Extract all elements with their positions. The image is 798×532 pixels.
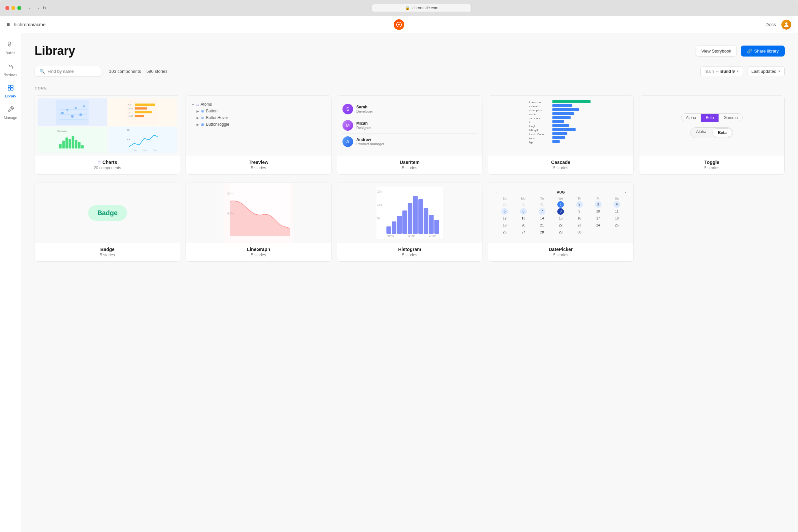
maximize-dot[interactable] <box>17 6 21 10</box>
forward-button[interactable]: → <box>35 5 40 11</box>
svg-rect-51 <box>552 116 571 119</box>
refresh-button[interactable]: ↻ <box>42 5 46 11</box>
svg-text:30ms: 30ms <box>142 149 147 151</box>
build-label: Build 9 <box>720 69 735 74</box>
component-icon-3: ⊞ <box>201 123 204 126</box>
svg-point-8 <box>61 112 64 114</box>
svg-point-1 <box>785 22 788 25</box>
card-info-treeview: Treeview 5 stories <box>186 156 331 174</box>
chevron-down-icon: ▾ <box>737 69 739 74</box>
svg-text:20k: 20k <box>127 129 131 131</box>
back-button[interactable]: ← <box>28 5 33 11</box>
card-info-cascade: Cascade 5 stories <box>488 156 633 174</box>
menu-icon[interactable]: ≡ <box>7 22 10 27</box>
svg-rect-71 <box>386 226 391 234</box>
svg-rect-53 <box>552 120 564 123</box>
svg-text:5k: 5k <box>377 216 380 220</box>
svg-rect-73 <box>397 216 402 234</box>
browser-dots <box>5 6 21 10</box>
svg-rect-75 <box>407 203 412 234</box>
svg-rect-5 <box>8 88 10 91</box>
histogram-count: 5 stories <box>342 253 477 258</box>
svg-text:description: description <box>529 109 542 112</box>
folder-icon: □ <box>196 103 198 107</box>
toggle-alpha-2: Alpha <box>690 128 711 138</box>
svg-rect-23 <box>135 111 152 113</box>
stats: 103 components 590 stories <box>109 69 168 74</box>
svg-rect-28 <box>59 144 62 148</box>
user-micah: M Micah Designer <box>342 117 477 134</box>
header-right: Docs <box>765 20 791 30</box>
svg-rect-35 <box>81 145 84 148</box>
sidebar-item-reviews[interactable]: Reviews <box>1 60 20 79</box>
cascade-count: 5 stories <box>493 166 628 170</box>
datepicker-display: ‹ AUG › Su Mo Tu We Th Fr <box>491 186 630 240</box>
svg-rect-78 <box>424 208 428 234</box>
sidebar-item-manage[interactable]: Manage <box>1 103 20 122</box>
address-bar[interactable]: 🔒 chromatic.com <box>372 4 472 12</box>
svg-text:0/5: 0/5 <box>128 104 131 106</box>
svg-text:billingUrl: billingUrl <box>529 129 539 132</box>
card-info-histogram: Histogram 5 stories <box>337 243 482 261</box>
svg-text:id: id <box>529 121 531 124</box>
library-title: Library <box>35 44 75 58</box>
svg-point-13 <box>83 106 85 108</box>
toggle-count: 5 stories <box>645 166 779 170</box>
header-actions: View Storybook 🔗 Share library <box>696 45 785 57</box>
svg-rect-76 <box>413 196 418 234</box>
component-grid-row1: 0/5 20/25 5/30 10/35 <box>35 95 785 174</box>
linegraph-count: 5 stories <box>191 253 325 258</box>
component-card-badge[interactable]: Badge Badge 5 stories <box>35 183 180 262</box>
share-library-button[interactable]: 🔗 Share library <box>741 45 785 57</box>
chromatic-icon <box>394 19 404 30</box>
sidebar-item-builds[interactable]: Builds <box>1 39 20 58</box>
component-card-cascade[interactable]: transaction estimate description name <box>488 95 633 174</box>
manage-label: Manage <box>4 116 17 120</box>
svg-text:20ms: 20ms <box>133 149 137 151</box>
minimize-dot[interactable] <box>11 6 15 10</box>
docs-link[interactable]: Docs <box>765 22 776 27</box>
svg-rect-77 <box>418 199 423 234</box>
app-body: Builds Reviews Library Manage <box>0 33 798 532</box>
branch-name: main <box>705 69 714 74</box>
component-card-treeview[interactable]: ▼ □ Atoms ▶ ⊞ Button ▶ ⊞ <box>186 95 331 174</box>
browser-titlebar: ← → ↻ 🔒 chromatic.com <box>0 0 798 16</box>
search-input[interactable] <box>48 69 96 74</box>
brand-label: hichroma/acme <box>14 22 765 27</box>
svg-text:20k: 20k <box>377 190 382 193</box>
builds-label: Builds <box>6 51 16 55</box>
app-header: ≡ hichroma/acme Docs <box>0 16 798 33</box>
sidebar-item-library[interactable]: Library <box>1 82 20 101</box>
month-label: AUG <box>557 190 565 194</box>
component-card-linegraph[interactable]: -25% -15% LineGraph 5 stories <box>186 183 331 262</box>
component-card-datepicker[interactable]: ‹ AUG › Su Mo Tu We Th Fr <box>488 183 633 262</box>
svg-rect-47 <box>552 108 579 111</box>
sort-selector[interactable]: Last updated ▾ <box>747 66 785 76</box>
cascade-name: Cascade <box>493 159 628 165</box>
svg-text:summary: summary <box>529 117 540 120</box>
histogram-name: Histogram <box>342 247 477 252</box>
avatar-micah: M <box>342 120 353 131</box>
library-icon <box>7 84 14 93</box>
component-card-useritem[interactable]: S Sarah Developer M Micah Desig <box>337 95 482 174</box>
chart-line: 20k 10k 20ms 30ms 40ms <box>108 127 177 153</box>
view-storybook-button[interactable]: View Storybook <box>696 45 737 57</box>
svg-rect-45 <box>552 104 572 107</box>
component-card-histogram[interactable]: 20k 15k 5k <box>337 183 482 262</box>
close-dot[interactable] <box>5 6 9 10</box>
search-box[interactable]: 🔍 <box>35 66 101 77</box>
toolbar: 🔍 103 components 590 stories main – Buil… <box>35 66 785 77</box>
svg-rect-79 <box>429 215 434 234</box>
svg-rect-57 <box>552 128 575 131</box>
card-info-charts: □ Charts 20 components <box>35 156 180 174</box>
user-avatar[interactable] <box>781 20 791 30</box>
branch-selector[interactable]: main – Build 9 ▾ <box>700 66 743 76</box>
svg-rect-43 <box>552 100 590 103</box>
treeview-atoms: ▼ □ Atoms <box>191 101 325 108</box>
toggle-group-2: Alpha Beta <box>690 127 733 138</box>
card-preview-histogram: 20k 15k 5k <box>337 183 482 243</box>
component-card-toggle[interactable]: Alpha Beta Gamma Alpha Beta T <box>639 95 785 174</box>
useritem-count: 5 stories <box>342 166 477 170</box>
card-preview-charts: 0/5 20/25 5/30 10/35 <box>35 96 180 156</box>
component-card-charts[interactable]: 0/5 20/25 5/30 10/35 <box>35 95 180 174</box>
